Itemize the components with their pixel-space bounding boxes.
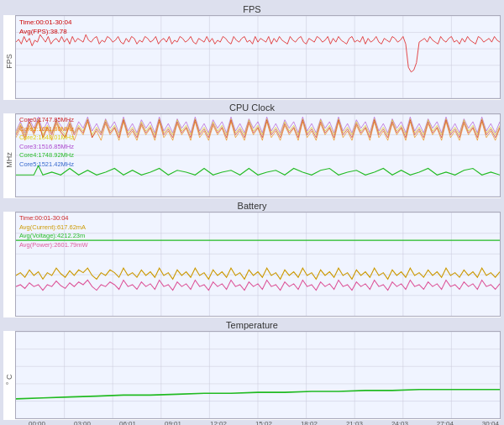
temp-chart-area: ° C bbox=[3, 331, 501, 425]
battery-y-label bbox=[3, 212, 15, 326]
fps-overlay: Time:00:01-30:04 Avg(FPS):38.78 bbox=[19, 18, 71, 36]
cpu-y-label: MHz bbox=[3, 113, 15, 207]
cpu-chart-area: MHz bbox=[3, 113, 501, 207]
temp-x-labels: 00:00 03:00 06:01 09:01 12:02 15:02 18:0… bbox=[27, 419, 501, 425]
fps-svg bbox=[16, 16, 500, 98]
temp-svg bbox=[16, 332, 500, 418]
fps-overlay-avg: Avg(FPS):38.78 bbox=[19, 27, 71, 36]
fps-overlay-time: Time:00:01-30:04 bbox=[19, 18, 71, 27]
battery-chart-area: Time:00:01-30:04 Avg(Current):617.62mA A… bbox=[3, 212, 501, 326]
cpu-svg bbox=[16, 114, 500, 197]
fps-chart-section: FPS FPS bbox=[3, 3, 501, 100]
temp-chart-inner bbox=[15, 331, 501, 419]
cpu-title: CPU Clock bbox=[3, 102, 501, 113]
main-container: FPS FPS bbox=[0, 0, 504, 425]
cpu-chart-section: CPU Clock MHz bbox=[3, 102, 501, 198]
fps-chart-inner: Time:00:01-30:04 Avg(FPS):38.78 bbox=[15, 15, 501, 99]
temp-chart-section: Temperature ° C bbox=[3, 319, 501, 420]
fps-y-label: FPS bbox=[3, 15, 15, 108]
temp-title: Temperature bbox=[3, 319, 501, 331]
temp-y-label: ° C bbox=[3, 331, 15, 425]
cpu-chart-inner: Core0:1747.85MHz Core1:1651.80MHz Core2:… bbox=[15, 113, 501, 197]
fps-chart-area: FPS bbox=[3, 15, 501, 108]
battery-svg bbox=[16, 212, 500, 316]
battery-chart-section: Battery bbox=[3, 200, 501, 317]
battery-title: Battery bbox=[3, 200, 501, 212]
temp-x-axis: 00:00 03:00 06:01 09:01 12:02 15:02 18:0… bbox=[27, 419, 501, 425]
battery-chart-inner: Time:00:01-30:04 Avg(Current):617.62mA A… bbox=[15, 212, 501, 317]
fps-title: FPS bbox=[3, 3, 501, 15]
cpu-overlay: Core0:1747.85MHz Core1:1651.80MHz Core2:… bbox=[19, 116, 74, 169]
battery-overlay: Time:00:01-30:04 Avg(Current):617.62mA A… bbox=[19, 214, 88, 249]
